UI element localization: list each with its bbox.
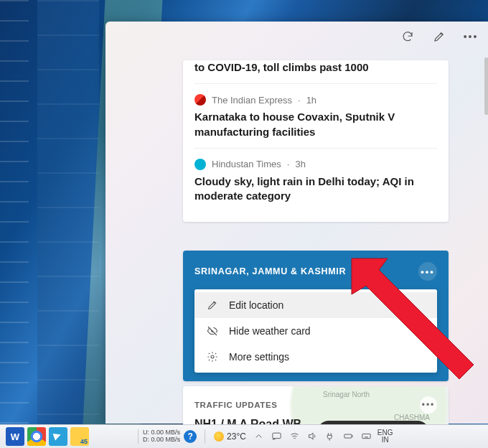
edit-button[interactable] xyxy=(431,29,447,45)
battery-icon[interactable] xyxy=(343,431,354,443)
news-item[interactable]: to COVID-19, toll climbs past 1000 xyxy=(194,60,437,83)
traffic-title: TRAFFIC UPDATES xyxy=(194,401,277,409)
hindustan-times-icon xyxy=(194,159,206,170)
explorer-badge: 45 xyxy=(80,438,88,445)
pencil-icon xyxy=(206,299,219,311)
panel-more-button[interactable]: ••• xyxy=(463,29,479,45)
svg-rect-3 xyxy=(344,434,352,438)
weather-context-menu: Edit location Hide weather card More set… xyxy=(194,289,437,373)
refresh-button[interactable] xyxy=(400,29,416,45)
menu-more-settings[interactable]: More settings xyxy=(194,344,437,370)
widgets-panel: ••• to COVID-19, toll climbs past 1000 T… xyxy=(105,22,488,424)
taskbar-divider xyxy=(138,429,139,444)
language-indicator[interactable]: ENG IN xyxy=(377,429,393,444)
help-icon[interactable]: ? xyxy=(184,430,197,443)
svg-point-0 xyxy=(211,355,214,358)
weather-card: SRINAGAR, JAMMU & KASHMIR ••• Edit locat… xyxy=(183,251,449,381)
system-tray xyxy=(253,431,372,443)
weather-header: SRINAGAR, JAMMU & KASHMIR ••• xyxy=(194,262,437,281)
taskbar-app-telegram[interactable] xyxy=(49,427,67,446)
menu-hide-weather[interactable]: Hide weather card xyxy=(194,318,437,344)
news-card: to COVID-19, toll climbs past 1000 The I… xyxy=(183,60,449,222)
menu-item-label: More settings xyxy=(229,351,289,363)
news-headline: Karnataka to house Covaxin, Sputnik V ma… xyxy=(194,110,437,139)
taskbar: W 45 U: 0.00 MB/s D: 0.00 MB/s ? 23°C EN… xyxy=(0,424,488,448)
menu-item-label: Hide weather card xyxy=(229,325,311,337)
news-age: 1h xyxy=(306,95,316,106)
taskbar-app-word[interactable]: W xyxy=(6,427,24,446)
menu-item-label: Edit location xyxy=(229,299,283,311)
menu-edit-location[interactable]: Edit location xyxy=(194,292,437,318)
news-source: The Indian Express xyxy=(212,95,292,106)
news-headline: to COVID-19, toll climbs past 1000 xyxy=(194,60,437,75)
svg-rect-4 xyxy=(362,434,370,438)
weather-more-button[interactable]: ••• xyxy=(418,262,437,281)
news-item[interactable]: The Indian Express · 1h Karnataka to hou… xyxy=(194,83,437,148)
news-source: Hindustan Times xyxy=(212,159,281,169)
keyboard-icon[interactable] xyxy=(361,431,372,443)
eye-off-icon xyxy=(206,325,219,337)
news-source-row: The Indian Express · 1h xyxy=(194,94,437,106)
news-headline: Cloudy sky, light rain in Delhi today; A… xyxy=(194,174,437,204)
bg-decor xyxy=(0,0,29,448)
news-source-row: Hindustan Times · 3h xyxy=(194,159,437,170)
weather-location: SRINAGAR, JAMMU & KASHMIR xyxy=(194,266,346,276)
tray-chevron-up-icon[interactable] xyxy=(253,431,264,443)
speaker-icon[interactable] xyxy=(307,431,318,443)
sun-icon xyxy=(214,431,224,442)
taskbar-divider xyxy=(205,429,205,444)
plug-icon[interactable] xyxy=(325,431,336,443)
gear-icon xyxy=(206,351,219,363)
news-item[interactable]: Hindustan Times · 3h Cloudy sky, light r… xyxy=(194,148,437,213)
panel-toolbar: ••• xyxy=(400,29,479,45)
refresh-icon xyxy=(401,30,414,43)
taskbar-app-explorer[interactable]: 45 xyxy=(70,427,89,446)
wifi-icon[interactable] xyxy=(289,431,300,443)
taskbar-weather[interactable]: 23°C xyxy=(214,431,246,442)
panel-scrollbar[interactable] xyxy=(484,57,488,115)
indian-express-icon xyxy=(194,94,206,106)
svg-rect-2 xyxy=(273,433,281,439)
pencil-icon xyxy=(433,30,446,43)
news-age: 3h xyxy=(295,159,305,169)
traffic-more-button[interactable]: ••• xyxy=(420,396,437,414)
taskbar-temp: 23°C xyxy=(227,431,246,442)
taskbar-app-chrome[interactable] xyxy=(27,427,46,446)
desktop-background: ••• to COVID-19, toll climbs past 1000 T… xyxy=(0,0,488,448)
network-upload: U: 0.00 MB/s D: 0.00 MB/s xyxy=(143,429,180,444)
cast-icon[interactable] xyxy=(271,431,282,443)
